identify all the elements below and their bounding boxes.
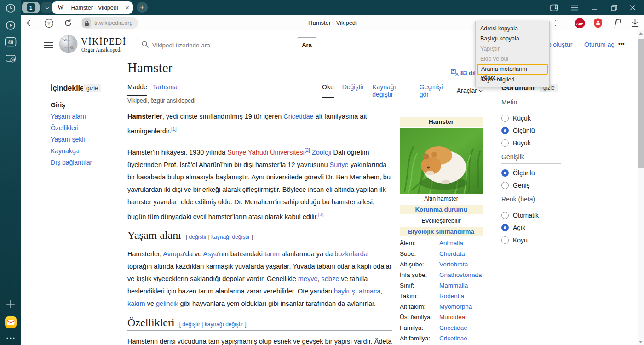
new-tab-button[interactable]: + [137, 2, 148, 13]
article-link[interactable]: değiştir [182, 321, 200, 328]
menu-item-page-info[interactable]: Sayfa bilgileri [476, 75, 549, 85]
taxon-link[interactable]: Vertebrata [439, 261, 468, 268]
taxon-link[interactable]: Gnathostomata [439, 271, 482, 278]
close-button[interactable] [624, 0, 641, 15]
taxon-link[interactable]: Myomorpha [439, 303, 472, 310]
reference-link[interactable]: [3] [318, 212, 324, 217]
language-icon[interactable]: A [451, 69, 459, 78]
wiki-menu-icon[interactable] [44, 40, 53, 50]
tab-close-icon[interactable]: × [126, 5, 129, 11]
flag-icon[interactable] [612, 17, 623, 29]
wikipedia-logo[interactable]: W Ω [58, 34, 78, 56]
taxon-link[interactable]: Muroidea [439, 314, 465, 321]
radio-option[interactable]: Ölçünlü [501, 169, 561, 177]
article-link[interactable]: meyve [298, 275, 318, 282]
radio-icon[interactable] [501, 115, 509, 122]
workspace-button[interactable]: 1 [22, 2, 40, 13]
radio-icon[interactable] [501, 139, 509, 147]
mail-icon[interactable] [0, 316, 21, 328]
toc-item-yasam-alani[interactable]: Yaşam alanı [51, 113, 120, 120]
radio-option[interactable]: Otomatik [501, 212, 561, 219]
tab-talk[interactable]: Tartışma [153, 83, 178, 91]
more-vertical-icon[interactable]: ⋮ [550, 17, 561, 29]
article-link[interactable]: gelincik [156, 300, 178, 307]
view-edit[interactable]: Değiştir [342, 83, 364, 98]
view-read[interactable]: Oku [322, 83, 334, 98]
article-link[interactable]: kaynağı değiştir [211, 234, 250, 240]
scroll-up-icon[interactable] [639, 32, 643, 34]
protect-shield-icon[interactable] [592, 17, 604, 29]
radio-option[interactable]: Geniş [501, 182, 561, 189]
view-history[interactable]: Geçmişi gör [420, 83, 448, 98]
article-link[interactable]: bozkırlarda [334, 250, 368, 258]
back-icon[interactable] [25, 17, 36, 29]
search-input[interactable]: Vikipedi üzerinde ara [137, 38, 298, 52]
article-link[interactable]: Suriye Yahudi Üniversitesi [227, 149, 305, 156]
radio-selected-icon[interactable] [501, 224, 509, 231]
view-edit-source[interactable]: Kaynağı değiştir [372, 83, 411, 98]
taxon-link[interactable]: Mammalia [439, 282, 468, 289]
radio-icon[interactable] [501, 236, 509, 244]
page-scrollbar[interactable] [638, 30, 644, 345]
taxon-link[interactable]: Animalia [439, 240, 463, 247]
rail-more-icon[interactable] [0, 336, 21, 340]
article-link[interactable]: kaynağı değiştir [205, 321, 243, 328]
radio-option[interactable]: Açık [501, 224, 561, 231]
radio-icon[interactable] [501, 212, 509, 219]
hamster-image[interactable] [400, 128, 483, 194]
toc-hide-button[interactable]: gizle [83, 84, 101, 92]
radio-icon[interactable] [501, 182, 509, 189]
toc-item-dis-baglantilar[interactable]: Dış bağlantılar [51, 159, 120, 166]
scrollbar-thumb[interactable] [638, 39, 644, 168]
adblock-plus-icon[interactable]: ABP [574, 17, 585, 29]
toc-item-kaynakca[interactable]: Kaynakça [51, 147, 120, 155]
language-count-button[interactable]: 83 dil [460, 69, 476, 76]
taxon-link[interactable]: Chordata [439, 250, 465, 257]
minimize-button[interactable] [586, 0, 604, 15]
screen-capture-icon[interactable] [0, 54, 21, 64]
history-icon[interactable] [0, 3, 21, 14]
radio-option[interactable]: Büyük [501, 139, 561, 147]
address-bar[interactable]: tr.wikipedia.org [81, 17, 138, 29]
article-link[interactable]: Asya [203, 250, 218, 258]
radio-selected-icon[interactable] [501, 127, 509, 134]
radio-option[interactable]: Küçük [501, 115, 561, 122]
taxon-link[interactable]: Cricetidae [439, 324, 467, 331]
radio-selected-icon[interactable] [501, 169, 509, 177]
login-link[interactable]: Oturum aç [584, 41, 614, 48]
menu-item-copy-address[interactable]: Adresi kopyala [476, 23, 549, 34]
download-icon[interactable] [629, 17, 640, 29]
article-link[interactable]: kakım [127, 300, 145, 307]
yandex-button-icon[interactable]: Y [43, 17, 54, 29]
radio-option[interactable]: Koyu [501, 236, 561, 244]
menu-item-copy-title[interactable]: Başlığı kopyala [476, 34, 549, 44]
personal-more-icon[interactable]: ••• [618, 40, 625, 47]
toc-item-yasam-sekli[interactable]: Yaşam şekli [51, 136, 120, 143]
toc-item-giris[interactable]: Giriş [51, 101, 120, 109]
wiki-wordmark[interactable]: VİKİPEDİ [81, 36, 126, 47]
workspace-chevron-button[interactable] [41, 2, 52, 13]
play-panel-icon[interactable] [0, 20, 21, 31]
tab-article[interactable]: Madde [127, 83, 147, 96]
article-link[interactable]: atmaca [359, 288, 381, 295]
article-link[interactable]: Cricetidae [283, 113, 313, 120]
conservation-header[interactable]: Korunma durumu [400, 205, 483, 214]
panels-icon[interactable] [546, 0, 563, 15]
lock-icon[interactable] [82, 18, 91, 28]
article-link[interactable]: değiştir [189, 234, 207, 240]
article-link[interactable]: sebze [322, 275, 339, 282]
taxon-link[interactable]: Cricetinae [439, 335, 467, 342]
taxon-link[interactable]: Rodentia [439, 293, 464, 299]
refresh-icon[interactable] [63, 17, 74, 29]
article-link[interactable]: baykuş [334, 288, 355, 295]
toc-item-ozellikleri[interactable]: Özellikleri [51, 124, 120, 132]
add-panel-icon[interactable] [0, 299, 21, 309]
browser-tab[interactable]: W Hamster - Vikipedi × [52, 1, 133, 14]
article-link[interactable]: tarım [264, 250, 280, 258]
browser-menu-icon[interactable] [566, 0, 583, 15]
reference-link[interactable]: [1] [171, 126, 177, 132]
reference-link[interactable]: [2] [305, 147, 310, 153]
restore-button[interactable] [605, 0, 623, 15]
menu-item-manage-search-engines[interactable]: Arama motorlarını yönet... [477, 64, 548, 75]
tab-counter-badge[interactable]: 49 [0, 37, 21, 47]
